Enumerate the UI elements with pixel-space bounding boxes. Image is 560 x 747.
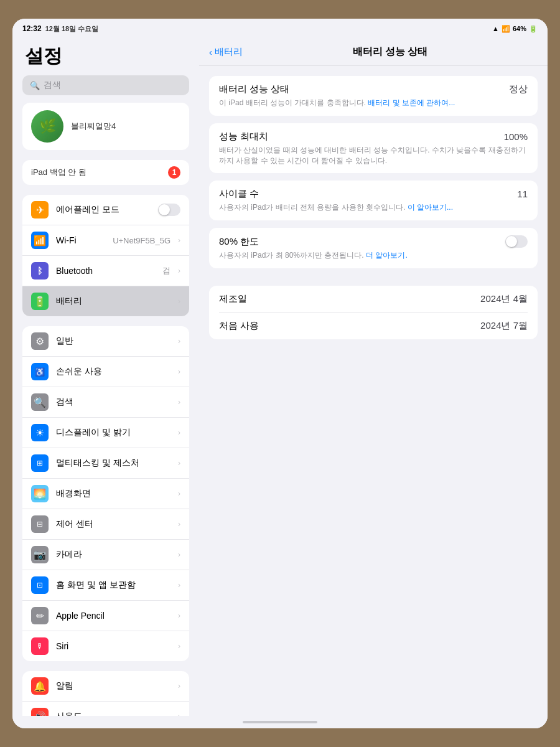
- home-indicator-bar: [12, 716, 548, 728]
- multitask-icon: ⊞: [31, 454, 49, 472]
- sidebar-item-control-center[interactable]: ⊟ 제어 센터 ›: [22, 509, 189, 540]
- sidebar-item-homescreen[interactable]: ⊡ 홈 화면 및 앱 보관함 ›: [22, 570, 189, 601]
- sidebar-item-sounds[interactable]: 🔊 사운드 ›: [22, 702, 189, 716]
- battery-health-section: 배터리 성능 상태 정상 이 iPad 배터리 성능이 가대치를 충족합니다. …: [209, 76, 538, 116]
- general-icon: ⚙: [31, 332, 49, 350]
- sidebar-item-accessibility[interactable]: ♿ 손쉬운 사용 ›: [22, 357, 189, 387]
- profile-name: 블리찌얼망4: [71, 121, 116, 132]
- sidebar-item-camera[interactable]: 📷 카메라 ›: [22, 540, 189, 570]
- status-time: 12:32: [22, 24, 42, 33]
- wifi-icon-item: 📶: [31, 232, 49, 249]
- sidebar-item-airplane[interactable]: ✈ 에어플레인 모드: [22, 195, 189, 225]
- nav-back-button[interactable]: ‹ 배터리: [209, 46, 243, 58]
- sidebar-item-notifications[interactable]: 🔔 알림 ›: [22, 671, 189, 702]
- sidebar-item-bluetooth[interactable]: ᛒ Bluetooth 검 ›: [22, 256, 189, 286]
- sidebar-item-display[interactable]: ☀ 디스플레이 및 밝기 ›: [22, 418, 189, 448]
- connectivity-section: ✈ 에어플레인 모드 📶 Wi-Fi U+Net9F5B_5G › ᛒ Blue…: [22, 195, 189, 316]
- wallpaper-label: 배경화면: [56, 488, 170, 499]
- sidebar-item-battery[interactable]: 🔋 배터리 ›: [22, 286, 189, 316]
- battery-content: 배터리 성능 상태 정상 이 iPad 배터리 성능이 가대치를 충족합니다. …: [199, 66, 548, 357]
- sidebar-item-search[interactable]: 🔍 검색 ›: [22, 387, 189, 418]
- sidebar-item-wallpaper[interactable]: 🌅 배경화면 ›: [22, 479, 189, 509]
- limit-80-title: 80% 한도: [219, 236, 259, 248]
- sidebar-item-applepencil[interactable]: ✏ Apple Pencil ›: [22, 601, 189, 631]
- bluetooth-arrow: ›: [178, 266, 180, 275]
- battery-health-value: 정상: [509, 83, 528, 95]
- sidebar-item-siri[interactable]: 🎙 Siri ›: [22, 631, 189, 661]
- cycle-count-row: 사이클 수 11 사용자의 iPad가 배터리 전체 용량을 사용한 횟수입니다…: [209, 181, 538, 220]
- search-icon-item: 🔍: [31, 393, 49, 411]
- manufacture-date-row: 제조일 2024년 4월: [209, 286, 538, 312]
- airplane-toggle[interactable]: [158, 204, 180, 216]
- cycle-count-desc: 사용자의 iPad가 배터리 전체 용량을 사용한 횟수입니다. 이 알아보기.…: [219, 202, 528, 213]
- backup-text: iPad 백업 안 됨: [31, 167, 86, 178]
- first-use-value: 2024년 7월: [480, 320, 528, 332]
- sidebar-item-general[interactable]: ⚙ 일반 ›: [22, 326, 189, 357]
- control-center-icon: ⊟: [31, 515, 49, 533]
- profile-card[interactable]: 🌿 블리찌얼망4: [22, 103, 189, 150]
- limit-80-desc: 사용자의 iPad가 최 80%까지만 충전됩니다. 더 알아보기.: [219, 250, 528, 261]
- limit-80-toggle[interactable]: [505, 235, 528, 248]
- system-section: ⚙ 일반 › ♿ 손쉬운 사용 › 🔍 검색 › ☀ 디스플레이 및 밝기: [22, 326, 189, 661]
- cycle-count-value: 11: [517, 189, 528, 199]
- max-capacity-value: 100%: [504, 131, 528, 142]
- max-capacity-row: 성능 최대치 100% 배터가 산실이었을 때의 성능에 대비한 배터리 성능 …: [209, 123, 538, 174]
- multitask-label: 멀티태스킹 및 제스처: [56, 458, 170, 469]
- back-chevron-icon: ‹: [209, 47, 212, 57]
- search-bar[interactable]: 🔍 검색: [22, 75, 189, 95]
- battery-health-link[interactable]: 배터리 및 보존에 관하여...: [368, 98, 455, 107]
- accessibility-icon: ♿: [31, 363, 49, 380]
- homescreen-label: 홈 화면 및 앱 보관함: [56, 580, 170, 591]
- wallpaper-arrow: ›: [178, 489, 180, 498]
- status-bar: 12:32 12월 18일 수요일 ▲ 📶 64% 🔋: [12, 19, 548, 39]
- airplane-icon: ✈: [31, 201, 49, 218]
- siri-arrow: ›: [178, 642, 180, 651]
- avatar-icon: 🌿: [39, 118, 56, 134]
- general-label: 일반: [56, 336, 170, 347]
- battery-icon: 🔋: [529, 25, 538, 33]
- cycle-count-section: 사이클 수 11 사용자의 iPad가 배터리 전체 용량을 사용한 횟수입니다…: [209, 181, 538, 220]
- battery-health-row: 배터리 성능 상태 정상 이 iPad 배터리 성능이 가대치를 충족합니다. …: [209, 76, 538, 116]
- search-label: 검색: [56, 397, 170, 408]
- sidebar-item-wifi[interactable]: 📶 Wi-Fi U+Net9F5B_5G ›: [22, 225, 189, 256]
- siri-label: Siri: [56, 641, 170, 651]
- battery-arrow: ›: [178, 297, 180, 306]
- applepencil-icon: ✏: [31, 607, 49, 624]
- status-right-icons: ▲ 📶 64% 🔋: [492, 25, 538, 33]
- home-indicator: [243, 721, 317, 723]
- battery-health-title: 배터리 성능 상태: [219, 83, 289, 95]
- cycle-count-link[interactable]: 이 알아보기...: [408, 203, 453, 212]
- wifi-arrow: ›: [178, 236, 180, 245]
- sidebar: 설정 🔍 검색 🌿 블리찌얼망4 iPad 백업 안 됨 1: [12, 39, 199, 716]
- notifications-label: 알림: [56, 680, 170, 692]
- control-center-arrow: ›: [178, 520, 180, 529]
- cycle-count-title: 사이클 수: [219, 188, 259, 200]
- control-center-label: 제어 센터: [56, 519, 170, 530]
- homescreen-arrow: ›: [178, 581, 180, 590]
- multitask-arrow: ›: [178, 459, 180, 467]
- nav-title: 배터리 성능 상태: [243, 45, 538, 59]
- accessibility-arrow: ›: [178, 367, 180, 376]
- avatar: 🌿: [31, 110, 63, 143]
- general-arrow: ›: [178, 337, 180, 345]
- max-capacity-section: 성능 최대치 100% 배터가 산실이었을 때의 성능에 대비한 배터리 성능 …: [209, 123, 538, 174]
- siri-icon: 🎙: [31, 637, 49, 655]
- display-label: 디스플레이 및 밝기: [56, 427, 170, 438]
- limit-80-link[interactable]: 더 알아보기.: [366, 251, 408, 260]
- backup-warning[interactable]: iPad 백업 안 됨 1: [22, 160, 189, 185]
- dates-section: 제조일 2024년 4월 처음 사용 2024년 7월: [209, 286, 538, 340]
- status-date: 12월 18일 수요일: [45, 24, 99, 34]
- bluetooth-value: 검: [162, 265, 170, 276]
- nav-bar: ‹ 배터리 배터리 성능 상태: [199, 39, 548, 66]
- camera-arrow: ›: [178, 550, 180, 559]
- first-use-row: 처음 사용 2024년 7월: [209, 312, 538, 339]
- accessibility-label: 손쉬운 사용: [56, 366, 170, 377]
- backup-badge: 1: [168, 166, 180, 179]
- max-capacity-title: 성능 최대치: [219, 131, 268, 143]
- limit-80-row: 80% 한도 사용자의 iPad가 최 80%까지만 충전됩니다. 더 알아보기…: [209, 228, 538, 268]
- sidebar-item-multitask[interactable]: ⊞ 멀티태스킹 및 제스처 ›: [22, 448, 189, 479]
- notifications-icon: 🔔: [31, 677, 49, 695]
- notifications-arrow: ›: [178, 682, 180, 690]
- nav-back-label: 배터리: [215, 46, 243, 58]
- airplane-label: 에어플레인 모드: [56, 204, 151, 215]
